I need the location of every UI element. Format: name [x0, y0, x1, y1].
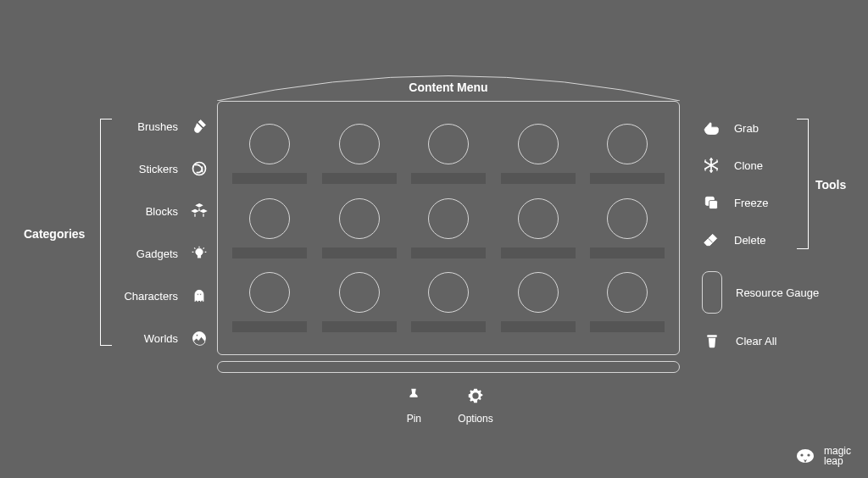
options-label: Options [458, 413, 492, 425]
svg-point-10 [474, 394, 477, 397]
category-worlds[interactable]: Worlds [108, 329, 209, 347]
content-slot[interactable] [411, 272, 486, 332]
category-label: Gadgets [136, 247, 178, 260]
svg-point-3 [197, 293, 198, 295]
content-slot[interactable] [501, 124, 576, 184]
tool-grab[interactable]: Grab [702, 119, 837, 137]
svg-rect-9 [707, 335, 717, 337]
tools-list: Grab Clone Freeze Delete [702, 119, 837, 249]
content-slot[interactable] [590, 272, 665, 332]
content-slot[interactable] [232, 124, 307, 184]
content-slot[interactable] [590, 124, 665, 184]
svg-point-6 [196, 335, 198, 336]
options-button[interactable]: Options [458, 386, 492, 425]
category-brushes[interactable]: Brushes [108, 117, 209, 136]
content-slot[interactable] [322, 198, 397, 258]
category-stickers[interactable]: Stickers [108, 159, 209, 178]
content-slot[interactable] [322, 124, 397, 184]
svg-rect-8 [709, 201, 718, 209]
content-slot[interactable] [411, 124, 486, 184]
brand-logo: magic leap [793, 446, 851, 466]
svg-point-11 [800, 453, 803, 456]
content-grid [217, 101, 680, 355]
content-slot[interactable] [411, 198, 486, 258]
category-label: Characters [124, 290, 178, 303]
blocks-icon [190, 202, 209, 220]
tool-clone[interactable]: Clone [702, 156, 837, 175]
content-slot[interactable] [501, 272, 576, 332]
lightbulb-icon [190, 244, 209, 263]
svg-rect-2 [198, 256, 200, 258]
svg-point-4 [200, 293, 202, 295]
content-slot[interactable] [232, 198, 307, 258]
categories-list: Brushes Stickers Blocks Gadgets Characte… [108, 117, 209, 347]
ghost-icon [190, 286, 209, 305]
category-characters[interactable]: Characters [108, 286, 209, 305]
pin-label: Pin [407, 413, 421, 425]
panel-title: Content Menu [217, 81, 680, 94]
tool-label: Clone [734, 159, 763, 172]
copy-icon [702, 193, 721, 212]
categories-title: Categories [24, 227, 85, 241]
category-label: Stickers [139, 163, 178, 175]
svg-point-12 [807, 453, 810, 456]
eraser-icon [702, 231, 721, 249]
tool-freeze[interactable]: Freeze [702, 193, 837, 212]
content-slot[interactable] [501, 198, 576, 258]
content-slot[interactable] [232, 272, 307, 332]
brush-icon [190, 117, 209, 136]
magic-leap-icon [793, 446, 817, 466]
tool-label: Delete [734, 234, 766, 247]
sticker-icon [190, 159, 209, 178]
resource-gauge-label: Resource Gauge [736, 286, 819, 299]
content-slot[interactable] [322, 272, 397, 332]
category-label: Brushes [137, 120, 178, 133]
pin-icon [403, 386, 424, 406]
tool-label: Freeze [734, 197, 768, 209]
brand-line2: leap [824, 456, 851, 466]
pin-button[interactable]: Pin [403, 386, 424, 425]
category-gadgets[interactable]: Gadgets [108, 244, 209, 263]
tool-delete[interactable]: Delete [702, 231, 837, 249]
clear-all-label[interactable]: Clear All [736, 335, 776, 347]
globe-photo-icon [190, 329, 209, 347]
resource-gauge [702, 271, 722, 314]
hand-icon [702, 119, 721, 137]
panel-footbar [217, 361, 680, 373]
content-slot[interactable] [590, 198, 665, 258]
category-label: Worlds [144, 332, 178, 345]
svg-point-1 [196, 248, 203, 255]
trash-icon[interactable] [704, 332, 722, 351]
gear-icon [465, 386, 486, 406]
tool-label: Grab [734, 122, 759, 135]
bottom-controls: Pin Options [217, 386, 680, 425]
category-blocks[interactable]: Blocks [108, 202, 209, 220]
snowflake-icon [702, 156, 721, 175]
category-label: Blocks [146, 205, 178, 218]
